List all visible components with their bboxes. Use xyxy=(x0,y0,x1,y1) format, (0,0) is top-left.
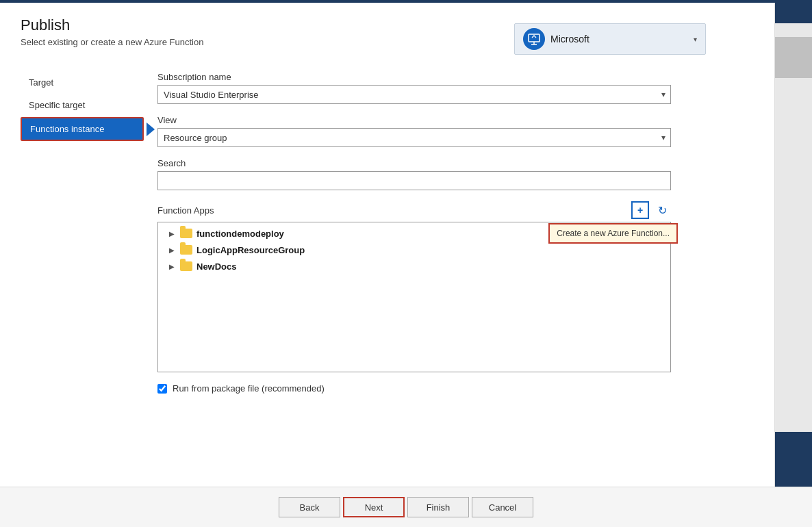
subscription-label: Subscription name xyxy=(157,72,754,82)
function-apps-section: Function Apps + ↻ Create a new Azure Fun… xyxy=(157,201,754,372)
nav-item-specific-target[interactable]: Specific target xyxy=(21,94,144,116)
checkbox-label: Run from package file (recommended) xyxy=(173,383,325,394)
sidebar-top-bar xyxy=(775,3,812,23)
tree-item-label-3: NewDocs xyxy=(196,261,237,272)
back-button[interactable]: Back xyxy=(279,497,340,517)
tree-item-label-1: functiondemodeploy xyxy=(196,229,284,239)
tree-item-3[interactable]: ▶ NewDocs xyxy=(158,258,670,274)
search-input[interactable] xyxy=(157,171,671,190)
left-nav: Target Specific target Functions instanc… xyxy=(21,72,157,473)
tree-item-2[interactable]: ▶ LogicAppResourceGroup xyxy=(158,242,670,258)
function-apps-actions: + ↻ Create a new Azure Function... xyxy=(631,201,671,219)
next-button[interactable]: Next xyxy=(343,497,405,517)
tree-item-label-2: LogicAppResourceGroup xyxy=(196,245,305,255)
checkbox-row: Run from package file (recommended) xyxy=(157,383,754,394)
right-sidebar xyxy=(774,3,812,487)
folder-icon-2 xyxy=(180,245,192,255)
subscription-group: Subscription name Visual Studio Enterpri… xyxy=(157,72,754,104)
search-group: Search xyxy=(157,158,754,190)
view-select[interactable]: Resource group xyxy=(157,128,671,147)
folder-icon-1 xyxy=(180,229,192,238)
view-select-wrapper: Resource group xyxy=(157,128,671,147)
function-apps-label: Function Apps xyxy=(157,205,214,216)
expand-icon-3: ▶ xyxy=(166,261,177,272)
sidebar-scrollbar[interactable] xyxy=(775,23,812,432)
right-form: Subscription name Visual Studio Enterpri… xyxy=(157,72,754,473)
view-group: View Resource group xyxy=(157,115,754,147)
sidebar-bottom-bar xyxy=(775,432,812,487)
account-bar[interactable]: Microsoft ▾ xyxy=(514,23,706,55)
function-apps-list[interactable]: ▶ functiondemodeploy ▶ LogicAppResourceG… xyxy=(157,222,671,372)
bottom-buttons: Back Next Finish Cancel xyxy=(0,487,812,527)
finish-button[interactable]: Finish xyxy=(407,497,469,517)
refresh-button[interactable]: ↻ xyxy=(653,201,671,219)
subscription-select-wrapper: Visual Studio Enterprise xyxy=(157,85,671,104)
search-label: Search xyxy=(157,158,754,168)
cancel-button[interactable]: Cancel xyxy=(472,497,533,517)
account-dropdown-icon[interactable]: ▾ xyxy=(694,36,697,43)
scrollbar-thumb[interactable] xyxy=(775,37,812,78)
subscription-select[interactable]: Visual Studio Enterprise xyxy=(157,85,671,104)
expand-icon-1: ▶ xyxy=(166,228,177,239)
function-apps-header: Function Apps + ↻ Create a new Azure Fun… xyxy=(157,201,671,219)
expand-icon-2: ▶ xyxy=(166,244,177,255)
account-name: Microsoft xyxy=(550,34,688,44)
package-file-checkbox[interactable] xyxy=(157,384,167,394)
view-label: View xyxy=(157,115,754,125)
create-function-tooltip: Create a new Azure Function... xyxy=(548,223,678,244)
add-function-button[interactable]: + xyxy=(631,201,649,219)
folder-icon-3 xyxy=(180,261,192,271)
nav-item-functions-instance[interactable]: Functions instance xyxy=(21,117,144,141)
nav-item-target[interactable]: Target xyxy=(21,72,144,93)
account-icon xyxy=(523,28,545,50)
